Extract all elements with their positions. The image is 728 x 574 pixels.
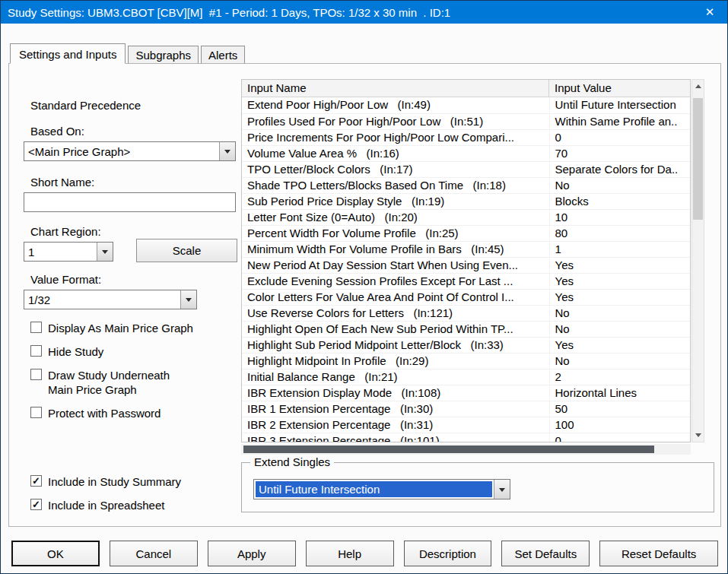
- checkbox-include-in-spreadsheet[interactable]: ✓Include in Spreadsheet: [30, 498, 221, 512]
- input-name-cell[interactable]: IBR 3 Extension Percentage (In:101): [242, 433, 549, 442]
- input-name-cell[interactable]: TPO Letter/Block Colors (In:17): [242, 161, 549, 177]
- table-row[interactable]: TPO Letter/Block Colors (In:17)Separate …: [242, 161, 690, 177]
- input-value-cell[interactable]: No: [549, 305, 690, 321]
- input-value-cell[interactable]: Yes: [549, 273, 690, 289]
- input-name-cell[interactable]: IBR Extension Display Mode (In:108): [242, 385, 549, 401]
- input-value-cell[interactable]: 0: [549, 433, 690, 442]
- input-value-cell[interactable]: 2: [549, 369, 690, 385]
- table-row[interactable]: Minimum Width For Volume Profile in Bars…: [242, 241, 690, 257]
- description-button[interactable]: Description: [404, 541, 492, 566]
- input-name-cell[interactable]: Percent Width For Volume Profile (In:25): [242, 225, 549, 241]
- horizontal-scrollbar-thumb[interactable]: [243, 446, 654, 453]
- checkbox-display-as-main-price-graph[interactable]: Display As Main Price Graph: [30, 321, 221, 335]
- table-row[interactable]: Percent Width For Volume Profile (In:25)…: [242, 225, 690, 241]
- table-row[interactable]: Highlight Midpoint In Profile (In:29)No: [242, 353, 690, 369]
- input-value-cell[interactable]: Horizontal Lines: [549, 385, 690, 401]
- table-row[interactable]: Exclude Evening Session Profiles Except …: [242, 273, 690, 289]
- table-row[interactable]: Use Reverse Colors for Letters (In:121)N…: [242, 305, 690, 321]
- checkbox-protect-with-password[interactable]: Protect with Password: [30, 406, 221, 420]
- input-name-cell[interactable]: Volume Value Area % (In:16): [242, 145, 549, 161]
- checkbox-draw-study-underneath-main-price-graph[interactable]: Draw Study Underneath Main Price Graph: [30, 368, 221, 397]
- chevron-down-icon[interactable]: [494, 480, 510, 499]
- vertical-scrollbar[interactable]: [691, 79, 704, 442]
- ok-button[interactable]: OK: [11, 541, 100, 566]
- input-value-cell[interactable]: Yes: [549, 257, 690, 273]
- input-value-cell[interactable]: 80: [549, 225, 690, 241]
- input-name-cell[interactable]: Highlight Sub Period Midpoint Letter/Blo…: [242, 337, 549, 353]
- input-value-cell[interactable]: Yes: [549, 289, 690, 305]
- table-row[interactable]: New Period At Day Session Start When Usi…: [242, 257, 690, 273]
- input-name-cell[interactable]: Sub Period Price Display Style (In:19): [242, 193, 549, 209]
- input-value-cell[interactable]: 10: [549, 209, 690, 225]
- cancel-button[interactable]: Cancel: [110, 541, 198, 566]
- set-defaults-button[interactable]: Set Defaults: [501, 541, 590, 566]
- checkbox-hide-study[interactable]: Hide Study: [30, 344, 221, 359]
- input-value-cell[interactable]: 0: [549, 129, 690, 145]
- based-on-select[interactable]: <Main Price Graph>: [24, 141, 236, 161]
- titlebar[interactable]: Study Settings: UBM3.CBOT [CBV][M] #1 - …: [1, 1, 727, 24]
- table-row[interactable]: Highlight Open Of Each New Sub Period Wi…: [242, 321, 690, 337]
- checkbox-box[interactable]: [30, 407, 42, 418]
- value-format-select[interactable]: 1/32: [24, 290, 197, 309]
- vertical-scrollbar-thumb[interactable]: [693, 98, 703, 220]
- apply-button[interactable]: Apply: [208, 541, 296, 566]
- reset-defaults-button[interactable]: Reset Defaults: [599, 541, 718, 566]
- input-value-cell[interactable]: No: [549, 177, 690, 193]
- chevron-down-icon[interactable]: [180, 290, 196, 309]
- input-name-cell[interactable]: Minimum Width For Volume Profile in Bars…: [242, 241, 549, 257]
- input-name-cell[interactable]: Use Reverse Colors for Letters (In:121): [242, 305, 549, 321]
- scroll-up-icon[interactable]: [692, 81, 704, 92]
- input-name-cell[interactable]: Color Letters For Value Area And Point O…: [242, 289, 549, 305]
- scale-button[interactable]: Scale: [136, 239, 237, 262]
- table-row[interactable]: Price Increments For Poor High/Poor Low …: [242, 129, 690, 145]
- input-name-cell[interactable]: New Period At Day Session Start When Usi…: [242, 257, 549, 273]
- tab-settings-and-inputs[interactable]: Settings and Inputs: [10, 43, 126, 64]
- input-value-cell[interactable]: No: [549, 321, 690, 337]
- table-row[interactable]: Letter Font Size (0=Auto) (In:20)10: [242, 209, 690, 225]
- input-value-cell[interactable]: Within Same Profile an..: [549, 113, 690, 129]
- tab-subgraphs[interactable]: Subgraphs: [128, 46, 199, 64]
- table-row[interactable]: IBR Extension Display Mode (In:108)Horiz…: [242, 385, 690, 401]
- table-row[interactable]: Profiles Used For Poor High/Poor Low (In…: [242, 113, 690, 129]
- scroll-down-icon[interactable]: [692, 430, 704, 441]
- checkbox-box[interactable]: [30, 322, 42, 333]
- input-value-cell[interactable]: Separate Colors for Da..: [549, 161, 690, 177]
- input-value-cell[interactable]: Yes: [549, 337, 690, 353]
- table-row[interactable]: Highlight Sub Period Midpoint Letter/Blo…: [242, 337, 690, 353]
- input-name-cell[interactable]: Price Increments For Poor High/Poor Low …: [242, 129, 549, 145]
- checkbox-box[interactable]: ✓: [30, 475, 42, 487]
- column-header-input-value[interactable]: Input Value: [549, 80, 690, 97]
- chart-region-select[interactable]: 1: [24, 242, 113, 262]
- input-value-cell[interactable]: No: [549, 353, 690, 369]
- horizontal-scrollbar[interactable]: [241, 444, 691, 455]
- extend-singles-select[interactable]: Until Future Intersection: [253, 479, 510, 499]
- input-name-cell[interactable]: Highlight Midpoint In Profile (In:29): [242, 353, 549, 369]
- input-name-cell[interactable]: Shade TPO Letters/Blocks Based On Time (…: [242, 177, 549, 193]
- input-value-cell[interactable]: 70: [549, 145, 690, 161]
- table-row[interactable]: Volume Value Area % (In:16)70: [242, 145, 690, 161]
- input-value-cell[interactable]: 1: [549, 241, 690, 257]
- input-name-cell[interactable]: IBR 2 Extension Percentage (In:31): [242, 417, 549, 433]
- input-value-cell[interactable]: Blocks: [549, 193, 690, 209]
- close-icon[interactable]: ✕: [692, 1, 727, 24]
- checkbox-box[interactable]: ✓: [30, 499, 42, 510]
- input-name-cell[interactable]: Initial Balance Range (In:21): [242, 369, 549, 385]
- help-button[interactable]: Help: [306, 541, 394, 566]
- checkbox-box[interactable]: [30, 369, 42, 380]
- column-header-input-name[interactable]: Input Name: [242, 80, 549, 97]
- table-row[interactable]: Initial Balance Range (In:21)2: [242, 369, 690, 385]
- table-row[interactable]: Shade TPO Letters/Blocks Based On Time (…: [242, 177, 690, 193]
- short-name-input[interactable]: [24, 192, 236, 212]
- chevron-down-icon[interactable]: [219, 142, 235, 160]
- input-name-cell[interactable]: Letter Font Size (0=Auto) (In:20): [242, 209, 549, 225]
- checkbox-box[interactable]: [30, 345, 42, 357]
- table-row[interactable]: Extend Poor High/Poor Low (In:49)Until F…: [242, 97, 690, 113]
- table-row[interactable]: IBR 2 Extension Percentage (In:31)100: [242, 417, 690, 433]
- input-name-cell[interactable]: Extend Poor High/Poor Low (In:49): [242, 97, 549, 113]
- input-value-cell[interactable]: 100: [549, 417, 690, 433]
- table-row[interactable]: Sub Period Price Display Style (In:19)Bl…: [242, 193, 690, 209]
- input-name-cell[interactable]: Profiles Used For Poor High/Poor Low (In…: [242, 113, 549, 129]
- input-name-cell[interactable]: IBR 1 Extension Percentage (In:30): [242, 401, 549, 417]
- input-name-cell[interactable]: Highlight Open Of Each New Sub Period Wi…: [242, 321, 549, 337]
- input-name-cell[interactable]: Exclude Evening Session Profiles Except …: [242, 273, 549, 289]
